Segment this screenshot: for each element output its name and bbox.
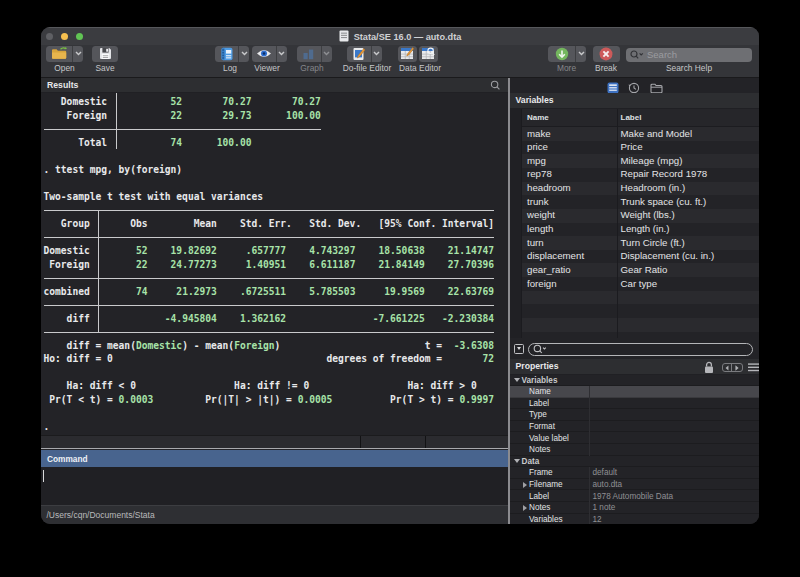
variable-label: Repair Record 1978 <box>621 167 708 181</box>
variable-row[interactable]: foreignCar type <box>510 277 760 291</box>
more-icon <box>548 46 575 62</box>
search-help-label: Search Help <box>666 63 712 73</box>
column-header-name[interactable]: Name <box>527 109 549 126</box>
table-rule <box>44 332 495 333</box>
open-button[interactable] <box>46 46 83 62</box>
variables-table-header[interactable]: Name Label <box>510 109 760 127</box>
property-group-variables[interactable]: Variables <box>510 375 760 387</box>
lock-icon[interactable] <box>704 361 714 374</box>
variable-label: Trunk space (cu. ft.) <box>621 195 707 209</box>
save-button[interactable] <box>92 46 118 62</box>
dofile-editor-button[interactable] <box>347 46 382 62</box>
property-label: Notes <box>529 502 550 514</box>
filter-scope-button[interactable] <box>514 344 524 354</box>
more-button[interactable] <box>548 46 586 62</box>
results-search-icon[interactable] <box>490 80 501 91</box>
viewer-chevron-icon[interactable] <box>276 46 287 62</box>
command-title: Command <box>47 454 88 464</box>
save-floppy-icon <box>92 46 118 62</box>
viewer-button[interactable] <box>252 46 287 62</box>
graph-button[interactable] <box>297 46 332 62</box>
variable-name: turn <box>527 236 544 250</box>
window-title-area: Stata/SE 16.0 — auto.dta <box>41 28 759 46</box>
property-row[interactable]: Type <box>510 409 760 421</box>
variables-filter-input[interactable] <box>528 343 754 356</box>
break-icon <box>593 46 620 62</box>
titlebar[interactable]: Stata/SE 16.0 — auto.dta <box>41 27 759 45</box>
variable-name: gear_ratio <box>527 263 571 277</box>
variable-label: Price <box>621 140 643 154</box>
variable-row[interactable]: gear_ratioGear Ratio <box>510 263 760 277</box>
expand-triangle-icon[interactable] <box>523 482 527 488</box>
variable-row[interactable]: trunkTrunk space (cu. ft.) <box>510 195 760 209</box>
variable-name: price <box>527 140 548 154</box>
property-label: Type <box>529 409 547 421</box>
property-row[interactable]: Format <box>510 421 760 433</box>
variable-label: Mileage (mpg) <box>621 154 683 168</box>
property-row[interactable]: Value label <box>510 433 760 445</box>
results-output[interactable]: Domestic 52 70.27 70.27 Foreign 22 29.73… <box>41 93 508 436</box>
history-strip <box>41 435 508 449</box>
break-button[interactable] <box>593 46 620 62</box>
property-group-name: Variables <box>522 375 558 387</box>
forward-arrow-icon[interactable] <box>732 364 741 372</box>
variable-label: Weight (lbs.) <box>621 208 675 222</box>
property-label: Filename <box>529 479 563 491</box>
variable-label: Length (in.) <box>621 222 670 236</box>
window-title: Stata/SE 16.0 — auto.dta <box>354 32 462 42</box>
property-value: default <box>593 467 618 479</box>
stata-window: Stata/SE 16.0 — auto.dta Open <box>41 27 759 524</box>
property-row[interactable]: Variables12 <box>510 514 760 524</box>
graph-chevron-icon[interactable] <box>321 46 332 62</box>
open-chevron-icon[interactable] <box>72 46 83 62</box>
dofile-editor-chevron-icon[interactable] <box>371 46 382 62</box>
variable-label: Displacement (cu. in.) <box>621 249 715 263</box>
property-row[interactable]: Name <box>510 386 760 398</box>
results-title: Results <box>47 80 78 90</box>
log-label: Log <box>223 63 237 73</box>
property-row[interactable]: Notes1 note <box>510 502 760 514</box>
table-rule <box>44 305 495 306</box>
property-row[interactable]: Framedefault <box>510 467 760 479</box>
variable-row[interactable]: headroomHeadroom (in.) <box>510 181 760 195</box>
property-row[interactable]: Filenameauto.dta <box>510 479 760 491</box>
variable-row[interactable]: pricePrice <box>510 140 760 154</box>
expand-triangle-icon[interactable] <box>523 505 527 511</box>
variable-row[interactable]: displacementDisplacement (cu. in.) <box>510 249 760 263</box>
column-header-label[interactable]: Label <box>621 109 642 126</box>
variable-row[interactable]: rep78Repair Record 1978 <box>510 167 760 181</box>
collapse-triangle-icon <box>514 378 520 382</box>
property-row[interactable]: Notes <box>510 444 760 456</box>
variable-name: headroom <box>527 181 571 195</box>
table-rule <box>116 93 117 150</box>
variable-row[interactable]: makeMake and Model <box>510 127 760 141</box>
status-bar: /Users/cqn/Documents/Stata <box>41 505 508 525</box>
data-editor-browse-button[interactable] <box>419 46 439 62</box>
data-editor-edit-button[interactable] <box>398 46 418 62</box>
nav-arrows-control[interactable] <box>722 363 743 373</box>
graph-label: Graph <box>300 63 323 73</box>
filter-search-icon <box>533 344 547 354</box>
property-row[interactable]: Label1978 Automobile Data <box>510 491 760 503</box>
property-row[interactable]: Label <box>510 398 760 410</box>
strip-divider <box>360 436 361 448</box>
more-label: More <box>557 63 576 73</box>
variable-row[interactable]: turnTurn Circle (ft.) <box>510 236 760 250</box>
property-value: 12 <box>593 514 602 524</box>
log-button[interactable] <box>215 46 249 62</box>
menu-icon[interactable] <box>748 363 759 372</box>
more-chevron-icon[interactable] <box>575 46 586 62</box>
log-chevron-icon[interactable] <box>238 46 249 62</box>
command-input[interactable] <box>41 467 508 505</box>
table-rule <box>44 129 322 130</box>
back-arrow-icon[interactable] <box>723 364 733 372</box>
results-pane-header: Results <box>41 78 508 93</box>
search-input[interactable]: Search <box>626 48 752 62</box>
variable-row[interactable]: weightWeight (lbs.) <box>510 208 760 222</box>
strip-divider <box>425 436 426 448</box>
sidebar-icon-bar <box>510 78 760 93</box>
properties-title: Properties <box>516 361 559 371</box>
variable-row[interactable]: lengthLength (in.) <box>510 222 760 236</box>
variable-row[interactable]: mpgMileage (mpg) <box>510 154 760 168</box>
property-group-data[interactable]: Data <box>510 456 760 468</box>
